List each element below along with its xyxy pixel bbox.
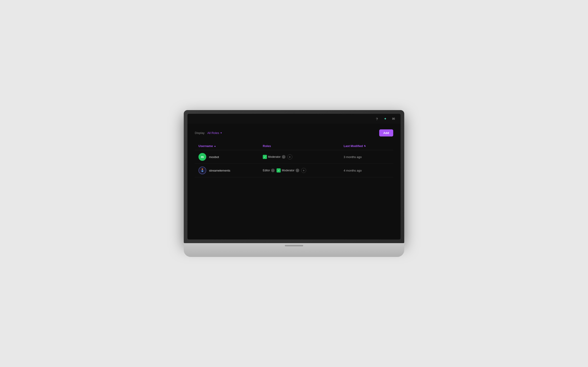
username-column-header: Username ▲	[199, 144, 263, 148]
last-modified-moobot: 3 months ago	[344, 155, 389, 159]
add-role-button-streamelements[interactable]: +	[301, 168, 306, 173]
camera-dot	[293, 112, 295, 114]
last-modified-streamelements: 4 months ago	[344, 169, 389, 172]
sort-asc-icon[interactable]: ▲	[214, 145, 216, 147]
role-badge-moderator: ✓ Moderator –	[263, 155, 285, 159]
moderator-icon-2: ✓	[277, 168, 281, 173]
roles-cell-streamelements: Editor – ✓ Moderator – +	[263, 168, 344, 173]
user-cell-moobot: m moobot	[199, 153, 263, 161]
laptop-notch	[285, 245, 303, 246]
content-area: Display All Roles ▾ Add Username	[187, 124, 401, 240]
chevron-down-icon: ▾	[221, 131, 222, 134]
topbar: ? ✦ ✉	[187, 114, 401, 124]
help-icon[interactable]: ?	[374, 116, 380, 121]
roles-column-header: Roles	[263, 144, 344, 148]
add-role-button-moobot[interactable]: +	[287, 154, 292, 159]
username-moobot: moobot	[209, 155, 219, 159]
ai-sparkle-icon[interactable]: ✦	[383, 116, 388, 121]
sort-toggle-icon[interactable]: ⇅	[364, 145, 366, 147]
add-button[interactable]: Add	[379, 129, 393, 136]
avatar-moobot: m	[199, 153, 206, 161]
avatar-streamelements	[199, 167, 206, 174]
laptop-body: ? ✦ ✉ Display All Roles ▾	[184, 110, 404, 243]
display-label: Display	[195, 131, 205, 135]
roles-dropdown-label: All Roles	[208, 131, 219, 135]
laptop-base	[184, 243, 404, 257]
table-header: Username ▲ Roles Last Modified ⇅	[195, 142, 393, 150]
screen: ? ✦ ✉ Display All Roles ▾	[187, 114, 401, 240]
remove-editor-button[interactable]: –	[271, 169, 275, 172]
username-streamelements: streamelements	[209, 169, 230, 172]
moderator-icon: ✓	[263, 155, 267, 159]
roles-cell-moobot: ✓ Moderator – +	[263, 154, 344, 159]
role-badge-moderator-2: ✓ Moderator –	[277, 168, 299, 173]
user-cell-streamelements: streamelements	[199, 167, 263, 174]
table-row: m moobot ✓ Moderator – +	[195, 150, 393, 164]
remove-moderator-button[interactable]: –	[282, 155, 285, 159]
remove-moderator-button-2[interactable]: –	[296, 169, 299, 172]
users-table: Username ▲ Roles Last Modified ⇅	[195, 142, 393, 177]
toolbar: Display All Roles ▾ Add	[195, 129, 393, 136]
roles-dropdown[interactable]: All Roles ▾	[208, 131, 222, 135]
toolbar-left: Display All Roles ▾	[195, 131, 222, 135]
table-row: streamelements Editor – ✓ Moderator –	[195, 164, 393, 177]
mail-icon[interactable]: ✉	[391, 116, 396, 121]
last-modified-column-header: Last Modified ⇅	[344, 144, 389, 148]
laptop-frame: ? ✦ ✉ Display All Roles ▾	[184, 110, 404, 257]
role-badge-editor: Editor –	[263, 169, 275, 172]
